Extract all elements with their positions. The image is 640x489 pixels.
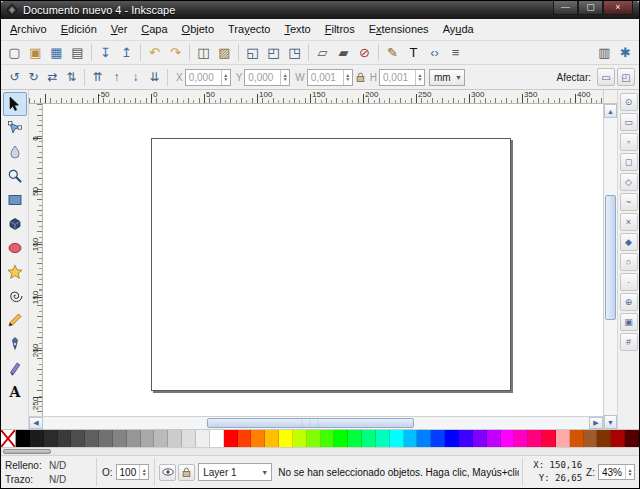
print-document-button[interactable]: ▤ [67, 42, 88, 63]
palette-swatch[interactable] [334, 430, 348, 447]
x-input[interactable]: 0,000 ▲▼ [185, 69, 231, 86]
paste-button[interactable]: ▨ [214, 42, 235, 63]
palette-swatch[interactable] [293, 430, 307, 447]
snap-smooth-nodes-button[interactable]: ○ [620, 253, 638, 271]
scale-stroke-toggle[interactable]: ▭ [597, 68, 615, 86]
rectangle-tool[interactable] [3, 188, 27, 212]
palette-swatch[interactable] [473, 430, 487, 447]
snap-paths-button[interactable]: ~ [620, 193, 638, 211]
palette-swatch[interactable] [528, 430, 542, 447]
copy-button[interactable]: ◫ [193, 42, 214, 63]
snap-midpoints-button[interactable]: · [620, 273, 638, 291]
palette-swatch[interactable] [459, 430, 473, 447]
palette-swatch[interactable] [611, 430, 625, 447]
opacity-input[interactable]: 100 ▲▼ [116, 464, 150, 480]
palette-swatch[interactable] [182, 430, 196, 447]
palette-swatch[interactable] [44, 430, 58, 447]
height-input[interactable]: 0,001 ▲▼ [379, 69, 425, 86]
palette-swatch[interactable] [99, 430, 113, 447]
export-button[interactable]: ↥ [116, 42, 137, 63]
scroll-left-button[interactable]: ◀ [29, 417, 43, 429]
snap-object-centers-button[interactable]: ⊕ [620, 293, 638, 311]
star-tool[interactable] [3, 260, 27, 284]
palette-swatch[interactable] [168, 430, 182, 447]
open-document-button[interactable]: ▣ [25, 42, 46, 63]
opacity-spinner[interactable]: ▲▼ [139, 465, 148, 479]
ellipse-tool[interactable] [3, 236, 27, 260]
menu-texto[interactable]: Texto [277, 19, 317, 40]
palette-swatch[interactable] [307, 430, 321, 447]
color-none-swatch[interactable] [1, 430, 16, 447]
fill-stroke-dialog-button[interactable]: ✎ [382, 42, 403, 63]
palette-swatch[interactable] [127, 430, 141, 447]
palette-swatch[interactable] [501, 430, 515, 447]
menu-capa[interactable]: Capa [134, 19, 174, 40]
palette-swatch[interactable] [445, 430, 459, 447]
palette-swatch[interactable] [404, 430, 418, 447]
raise-button[interactable]: ↑ [107, 68, 126, 87]
canvas[interactable] [43, 104, 603, 416]
layer-dropdown[interactable]: Layer 1 ▼ [198, 463, 272, 481]
text-dialog-button[interactable]: T [403, 42, 424, 63]
node-tool[interactable] [3, 116, 27, 140]
titlebar[interactable]: Documento nuevo 4 - Inkscape —▢× [1, 1, 639, 19]
menu-ver[interactable]: Ver [104, 19, 135, 40]
redo-button[interactable]: ↷ [165, 42, 186, 63]
palette-swatch[interactable] [16, 430, 30, 447]
snap-grid-guides-button[interactable]: # [620, 333, 638, 351]
zoom-tool[interactable] [3, 164, 27, 188]
x-spinner[interactable]: ▲▼ [221, 70, 230, 85]
menu-filtros[interactable]: Filtros [318, 19, 362, 40]
palette-swatch[interactable] [210, 430, 224, 447]
box3d-tool[interactable] [3, 212, 27, 236]
palette-swatch[interactable] [348, 430, 362, 447]
snap-toggle-button[interactable]: ⊙ [620, 93, 638, 111]
zoom-selection-button[interactable]: ◱ [242, 42, 263, 63]
menu-archivo[interactable]: Archivo [3, 19, 54, 40]
palette-swatch[interactable] [542, 430, 556, 447]
scale-corners-toggle[interactable]: ◰ [617, 68, 635, 86]
palette-swatch[interactable] [251, 430, 265, 447]
duplicate-button[interactable]: ▱ [312, 42, 333, 63]
palette-swatch[interactable] [85, 430, 99, 447]
rotate-cw-button[interactable]: ↻ [24, 68, 43, 87]
create-clone-button[interactable]: ▰ [333, 42, 354, 63]
palette-swatch[interactable] [196, 430, 210, 447]
palette-swatch[interactable] [224, 430, 238, 447]
snap-cusp-nodes-button[interactable]: ◆ [620, 233, 638, 251]
palette-swatch[interactable] [113, 430, 127, 447]
vertical-scroll-thumb[interactable] [605, 195, 616, 320]
menu-ayuda[interactable]: Ayuda [436, 19, 481, 40]
height-spinner[interactable]: ▲▼ [415, 70, 424, 85]
document-properties-button[interactable]: ▥ [594, 42, 615, 63]
minimize-button[interactable]: — [553, 1, 578, 15]
palette-swatch[interactable] [238, 430, 252, 447]
palette-swatch[interactable] [265, 430, 279, 447]
spiral-tool[interactable] [3, 284, 27, 308]
snap-page-border-button[interactable]: ▣ [620, 313, 638, 331]
zoom-input[interactable]: 43% ▲▼ [598, 464, 635, 480]
palette-swatch[interactable] [154, 430, 168, 447]
flip-vertical-button[interactable]: ⇅ [62, 68, 81, 87]
palette-scroll-thumb[interactable] [3, 449, 51, 454]
preferences-button[interactable]: ✱ [615, 42, 636, 63]
scroll-up-button[interactable]: ▲ [604, 104, 617, 118]
tweak-tool[interactable] [3, 140, 27, 164]
menu-trayecto[interactable]: Trayecto [221, 19, 277, 40]
snap-bbox-edges-button[interactable]: ▫ [620, 133, 638, 151]
palette-swatch[interactable] [390, 430, 404, 447]
palette-swatch[interactable] [597, 430, 611, 447]
menu-extensiones[interactable]: Extensiones [362, 19, 436, 40]
palette-swatch[interactable] [58, 430, 72, 447]
import-button[interactable]: ↧ [95, 42, 116, 63]
unlink-clone-button[interactable]: ⊘ [354, 42, 375, 63]
horizontal-scroll-track[interactable]: ⋮⋮⋮ [43, 417, 589, 429]
layer-lock-button[interactable] [178, 464, 195, 481]
palette-swatch[interactable] [71, 430, 85, 447]
palette-swatch[interactable] [584, 430, 598, 447]
palette-swatch[interactable] [570, 430, 584, 447]
vertical-ruler[interactable]: 050100150200250 [29, 104, 43, 416]
palette-swatch[interactable] [30, 430, 44, 447]
zoom-drawing-button[interactable]: ◰ [263, 42, 284, 63]
flip-horizontal-button[interactable]: ⇄ [43, 68, 62, 87]
